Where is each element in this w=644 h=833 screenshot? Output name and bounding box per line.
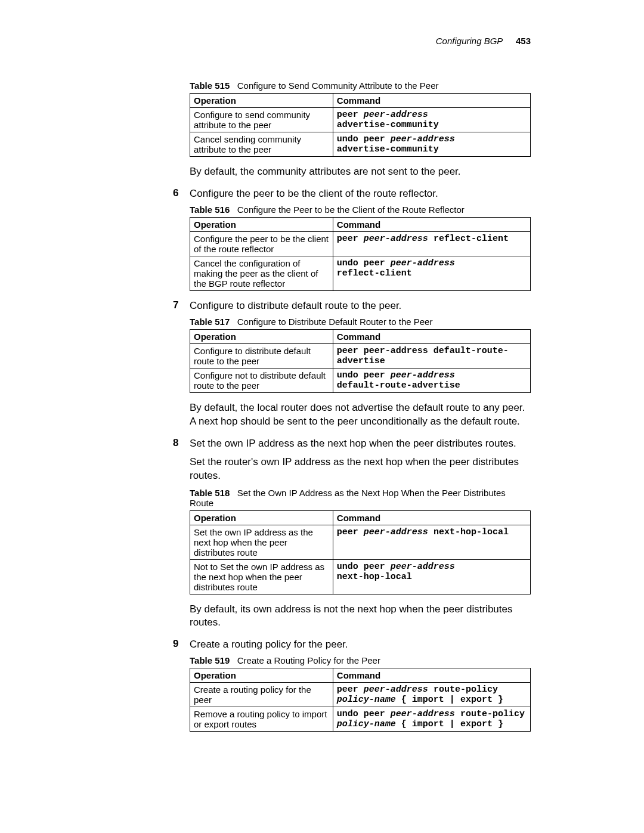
- table-row: Configure to send community attribute to…: [190, 108, 531, 132]
- cmd-keyword: advertise-community: [337, 120, 439, 130]
- cmd-keyword: { import | export }: [401, 719, 503, 729]
- cmd-keyword: peer: [337, 234, 358, 244]
- cmd-keyword: next-hop-local: [434, 527, 509, 537]
- col-command: Command: [333, 668, 530, 683]
- cmd-arg: peer-address: [391, 562, 455, 572]
- paragraph: Set the router's own IP address as the n…: [190, 456, 531, 483]
- cmd-cell: peer peer-address route-policy policy-na…: [333, 683, 530, 707]
- cmd-cell: undo peer peer-address route-policy poli…: [333, 707, 530, 732]
- table-header-row: Operation Command: [190, 217, 531, 231]
- table-header-row: Operation Command: [190, 94, 531, 108]
- table-caption-text: Set the Own IP Address as the Next Hop W…: [190, 488, 506, 508]
- cmd-keyword: undo peer: [337, 709, 385, 719]
- cmd-arg: peer-address: [364, 685, 428, 695]
- table-row: Cancel the configuration of making the p…: [190, 256, 531, 290]
- cmd-arg: peer-address: [364, 527, 428, 537]
- op-cell: Not to Set the own IP address as the nex…: [190, 559, 333, 594]
- step-8: 8 Set the own IP address as the next hop…: [173, 437, 531, 451]
- cmd-arg: policy-name: [337, 719, 396, 729]
- step-text: Create a routing policy for the peer.: [190, 638, 348, 652]
- table-caption-text: Create a Routing Policy for the Peer: [237, 655, 380, 665]
- step-text: Configure to distribute default route to…: [190, 299, 401, 313]
- col-command: Command: [333, 217, 530, 231]
- step-number: 6: [173, 187, 190, 199]
- step-text: Configure the peer to be the client of t…: [190, 187, 438, 201]
- table-label: Table 518: [190, 488, 230, 498]
- cmd-arg: peer-address: [391, 134, 455, 144]
- content: Table 515 Configure to Send Community At…: [173, 80, 531, 732]
- cmd-keyword: undo peer: [337, 370, 385, 380]
- cmd-keyword: next-hop-local: [337, 572, 412, 582]
- running-header: Configuring BGP 453: [436, 36, 531, 46]
- cmd-keyword: peer: [337, 110, 358, 120]
- op-cell: Configure to distribute default route to…: [190, 343, 333, 368]
- cmd-cell: peer peer-address next-hop-local: [333, 525, 530, 559]
- table-row: Set the own IP address as the next hop w…: [190, 525, 531, 559]
- table-row: Remove a routing policy to import or exp…: [190, 707, 531, 732]
- cmd-cell: peer peer-address advertise-community: [333, 108, 530, 132]
- cmd-keyword: undo peer: [337, 562, 385, 572]
- table-caption-text: Configure to Distribute Default Router t…: [237, 317, 433, 327]
- table-header-row: Operation Command: [190, 510, 531, 525]
- table-row: Not to Set the own IP address as the nex…: [190, 559, 531, 594]
- cmd-arg: peer-address: [391, 258, 455, 268]
- table-518-caption: Table 518 Set the Own IP Address as the …: [190, 488, 531, 508]
- table-519-caption: Table 519 Create a Routing Policy for th…: [190, 655, 531, 665]
- table-label: Table 517: [190, 317, 230, 327]
- cmd-keyword: peer: [337, 685, 358, 695]
- paragraph: By default, the local router does not ad…: [190, 401, 531, 429]
- op-cell: Configure not to distribute default rout…: [190, 368, 333, 392]
- table-515-caption: Table 515 Configure to Send Community At…: [190, 80, 531, 91]
- paragraph: By default, its own address is not the n…: [190, 603, 531, 630]
- table-caption-text: Configure the Peer to be the Client of t…: [237, 205, 465, 215]
- step-9: 9 Create a routing policy for the peer.: [173, 638, 531, 652]
- cmd-cell: peer peer-address default-route-advertis…: [333, 343, 530, 368]
- table-row: Configure not to distribute default rout…: [190, 368, 531, 392]
- cmd-keyword: undo peer: [337, 134, 385, 144]
- table-header-row: Operation Command: [190, 668, 531, 683]
- op-cell: Cancel sending community attribute to th…: [190, 132, 333, 157]
- table-518: Operation Command Set the own IP address…: [190, 510, 531, 594]
- cmd-keyword: undo peer: [337, 258, 385, 268]
- table-label: Table 516: [190, 205, 230, 215]
- cmd-cell: undo peer peer-address reflect-client: [333, 256, 530, 290]
- step-text: Set the own IP address as the next hop w…: [190, 437, 516, 451]
- op-cell: Configure to send community attribute to…: [190, 108, 333, 132]
- table-row: Configure to distribute default route to…: [190, 343, 531, 368]
- cmd-keyword: reflect-client: [337, 268, 412, 278]
- op-cell: Configure the peer to be the client of t…: [190, 231, 333, 256]
- cmd-keyword: peer: [337, 527, 358, 537]
- table-caption-text: Configure to Send Community Attribute to…: [237, 80, 439, 91]
- cmd-cell: undo peer peer-address next-hop-local: [333, 559, 530, 594]
- table-label: Table 519: [190, 655, 230, 665]
- table-row: Create a routing policy for the peer pee…: [190, 683, 531, 707]
- cmd-keyword: default-route-advertise: [337, 380, 460, 391]
- cmd-arg: policy-name: [337, 695, 396, 705]
- table-row: Cancel sending community attribute to th…: [190, 132, 531, 157]
- table-label: Table 515: [190, 80, 230, 91]
- col-operation: Operation: [190, 329, 333, 343]
- op-cell: Remove a routing policy to import or exp…: [190, 707, 333, 732]
- cmd-arg: peer-address: [364, 234, 428, 244]
- col-command: Command: [333, 510, 530, 525]
- page-number: 453: [516, 36, 531, 46]
- cmd-cell: undo peer peer-address default-route-adv…: [333, 368, 530, 392]
- table-519: Operation Command Create a routing polic…: [190, 668, 531, 732]
- cmd-keyword: route-policy: [434, 685, 498, 695]
- cmd-keyword: { import | export }: [401, 695, 503, 705]
- cmd-cell: peer peer-address reflect-client: [333, 231, 530, 256]
- step-number: 7: [173, 299, 190, 311]
- step-number: 9: [173, 638, 190, 650]
- paragraph: By default, the community attributes are…: [190, 165, 531, 179]
- cmd-keyword: reflect-client: [434, 234, 509, 244]
- col-operation: Operation: [190, 510, 333, 525]
- table-row: Configure the peer to be the client of t…: [190, 231, 531, 256]
- section-title: Configuring BGP: [436, 36, 503, 46]
- table-516-caption: Table 516 Configure the Peer to be the C…: [190, 205, 531, 215]
- cmd-arg: peer-address: [364, 110, 428, 120]
- col-operation: Operation: [190, 668, 333, 683]
- cmd-keyword: peer peer-address default-route-advertis…: [337, 346, 509, 366]
- cmd-cell: undo peer peer-address advertise-communi…: [333, 132, 530, 157]
- step-6: 6 Configure the peer to be the client of…: [173, 187, 531, 201]
- table-517-caption: Table 517 Configure to Distribute Defaul…: [190, 317, 531, 327]
